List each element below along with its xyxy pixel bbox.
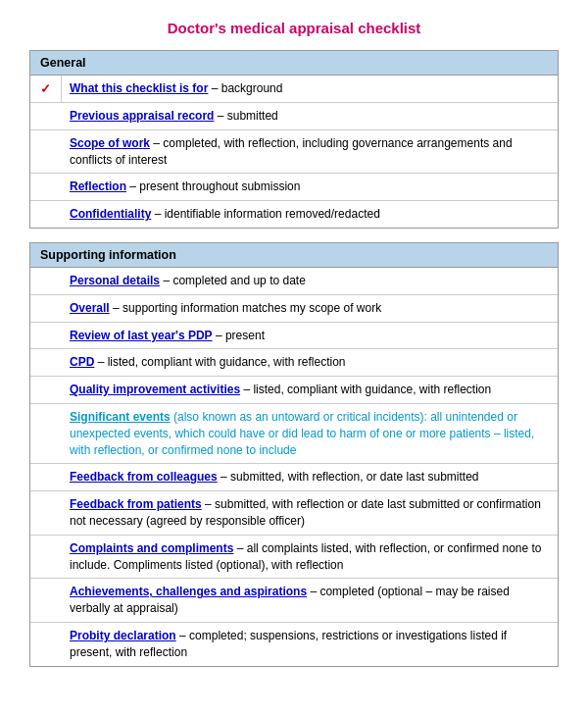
section-header-general: General	[30, 51, 558, 76]
item-link[interactable]: Confidentiality	[70, 207, 151, 221]
item-link[interactable]: Previous appraisal record	[70, 109, 214, 123]
item-link[interactable]: Overall	[70, 301, 110, 315]
item-link[interactable]: Reflection	[70, 179, 126, 193]
section-supporting: Supporting informationPersonal details –…	[29, 242, 559, 667]
item-link[interactable]: Feedback from colleagues	[70, 470, 218, 484]
row-content-1-7: Feedback from patients – submitted, with…	[62, 491, 558, 535]
table-row: Feedback from patients – submitted, with…	[30, 491, 558, 536]
table-row: Scope of work – completed, with reflecti…	[30, 130, 558, 175]
section-header-supporting: Supporting information	[30, 243, 558, 268]
item-link[interactable]: CPD	[70, 355, 94, 369]
table-row: Achievements, challenges and aspirations…	[30, 579, 558, 623]
row-content-0-1: Previous appraisal record – submitted	[62, 103, 558, 129]
table-row: Complaints and compliments – all complai…	[30, 536, 558, 580]
item-description: – listed, compliant with guidance, with …	[240, 383, 491, 396]
row-content-1-6: Feedback from colleagues – submitted, wi…	[62, 464, 558, 490]
page-title: Doctor's medical appraisal checklist	[29, 20, 559, 36]
table-row: Confidentiality – identifiable informati…	[30, 201, 558, 228]
item-link[interactable]: Review of last year's PDP	[70, 329, 213, 342]
row-content-1-0: Personal details – completed and up to d…	[62, 268, 558, 294]
item-description: – background	[208, 81, 282, 95]
item-link[interactable]: Quality improvement activities	[70, 383, 240, 396]
item-description: – submitted	[214, 109, 277, 123]
table-row: CPD – listed, compliant with guidance, w…	[30, 349, 558, 377]
item-link[interactable]: Personal details	[70, 274, 160, 287]
row-content-0-0: What this checklist is for – background	[62, 76, 558, 102]
item-description: – identifiable information removed/redac…	[151, 207, 379, 221]
table-row: Feedback from colleagues – submitted, wi…	[30, 464, 558, 491]
row-content-1-1: Overall – supporting information matches…	[62, 295, 558, 322]
section-general: General✓What this checklist is for – bac…	[29, 50, 559, 229]
item-link[interactable]: Achievements, challenges and aspirations	[70, 585, 307, 598]
item-description: – present	[213, 329, 265, 342]
item-link[interactable]: What this checklist is for	[70, 81, 208, 95]
table-row: Probity declaration – completed; suspens…	[30, 623, 558, 666]
item-description: – listed, compliant with guidance, with …	[94, 355, 345, 369]
item-link[interactable]: Scope of work	[70, 136, 150, 150]
table-row: ✓What this checklist is for – background	[30, 76, 558, 103]
row-content-1-9: Achievements, challenges and aspirations…	[62, 579, 558, 622]
item-link[interactable]: Probity declaration	[70, 629, 176, 642]
table-row: Significant events (also known as an unt…	[30, 404, 558, 464]
row-content-1-4: Quality improvement activities – listed,…	[62, 377, 558, 403]
item-link[interactable]: Complaints and compliments	[70, 541, 233, 555]
item-description: – submitted, with reflection, or date la…	[218, 470, 479, 484]
row-content-0-3: Reflection – present throughout submissi…	[62, 174, 558, 200]
row-content-1-5: Significant events (also known as an unt…	[62, 404, 558, 463]
table-row: Previous appraisal record – submitted	[30, 103, 558, 130]
table-row: Review of last year's PDP – present	[30, 323, 558, 350]
table-row: Overall – supporting information matches…	[30, 295, 558, 323]
row-content-1-10: Probity declaration – completed; suspens…	[62, 623, 558, 666]
item-description: – present throughout submission	[126, 179, 300, 193]
check-mark: ✓	[30, 76, 62, 102]
table-row: Reflection – present throughout submissi…	[30, 174, 558, 201]
row-content-1-8: Complaints and compliments – all complai…	[62, 536, 558, 579]
item-link[interactable]: Significant events	[70, 410, 171, 424]
row-content-1-3: CPD – listed, compliant with guidance, w…	[62, 349, 558, 376]
item-description: – supporting information matches my scop…	[110, 301, 381, 315]
table-row: Personal details – completed and up to d…	[30, 268, 558, 295]
row-content-0-2: Scope of work – completed, with reflecti…	[62, 130, 558, 174]
table-row: Quality improvement activities – listed,…	[30, 377, 558, 404]
item-description: – completed and up to date	[160, 274, 306, 287]
item-link[interactable]: Feedback from patients	[70, 497, 202, 511]
row-content-0-4: Confidentiality – identifiable informati…	[62, 201, 558, 228]
row-content-1-2: Review of last year's PDP – present	[62, 323, 558, 349]
